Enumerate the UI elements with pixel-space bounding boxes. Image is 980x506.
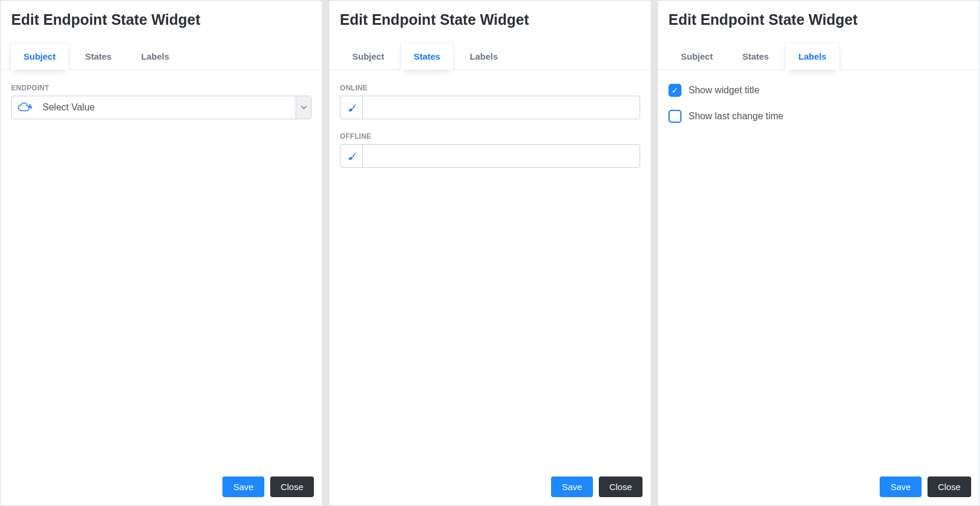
show-last-change-checkbox[interactable] [668, 110, 681, 123]
tab-content[interactable]: ✓ Show widget title Show last change tim… [658, 70, 979, 471]
endpoint-select-value: Select Value [38, 96, 296, 119]
tab-content[interactable]: ENDPOINT Select Value [1, 70, 322, 471]
offline-label: OFFLINE [340, 132, 640, 141]
paintbrush-icon [346, 151, 357, 161]
close-button[interactable]: Close [599, 476, 643, 497]
panel-states: Edit Endpoint State Widget Subject State… [329, 0, 651, 506]
tab-subject[interactable]: Subject [10, 43, 69, 70]
save-button[interactable]: Save [222, 476, 264, 497]
panel-header: Edit Endpoint State Widget [1, 1, 322, 43]
panel-header: Edit Endpoint State Widget [329, 1, 651, 43]
cloud-broadcast-icon [12, 96, 38, 119]
dialog-title: Edit Endpoint State Widget [340, 11, 640, 28]
offline-color-input[interactable] [363, 145, 640, 167]
save-button[interactable]: Save [551, 476, 592, 497]
tab-subject[interactable]: Subject [339, 43, 398, 70]
show-widget-title-label: Show widget title [689, 85, 759, 96]
show-widget-title-row: ✓ Show widget title [668, 84, 969, 97]
dialog-title: Edit Endpoint State Widget [668, 11, 969, 28]
panel-labels: Edit Endpoint State Widget Subject State… [657, 0, 980, 506]
online-label: ONLINE [340, 84, 640, 92]
endpoint-select[interactable]: Select Value [11, 96, 312, 119]
tab-labels[interactable]: Labels [785, 43, 840, 70]
paintbrush-icon [346, 102, 357, 113]
show-last-change-row: Show last change time [668, 110, 969, 123]
dialog-footer: Save Close [658, 471, 979, 505]
tabs: Subject States Labels [658, 43, 979, 70]
online-color-field [340, 96, 640, 119]
tab-subject[interactable]: Subject [667, 43, 726, 70]
tab-content[interactable]: ONLINE OFFLINE [329, 70, 651, 471]
close-button[interactable]: Close [927, 476, 971, 497]
panel-header: Edit Endpoint State Widget [658, 1, 979, 43]
offline-color-picker-button[interactable] [340, 145, 363, 167]
show-widget-title-checkbox[interactable]: ✓ [668, 84, 681, 97]
tabs: Subject States Labels [329, 43, 651, 70]
tab-labels[interactable]: Labels [456, 43, 512, 70]
dialog-footer: Save Close [329, 471, 651, 505]
online-color-picker-button[interactable] [340, 96, 363, 119]
offline-state-group: OFFLINE [340, 132, 640, 168]
endpoint-select-toggle[interactable] [296, 96, 311, 119]
chevron-down-icon [301, 106, 307, 109]
show-last-change-label: Show last change time [689, 111, 784, 122]
dialog-title: Edit Endpoint State Widget [11, 11, 312, 28]
online-color-input[interactable] [363, 96, 640, 119]
tab-states[interactable]: States [400, 43, 454, 70]
online-state-group: ONLINE [340, 84, 640, 119]
offline-color-field [340, 144, 640, 168]
dialog-footer: Save Close [1, 471, 322, 505]
panel-subject: Edit Endpoint State Widget Subject State… [0, 0, 323, 506]
tab-labels[interactable]: Labels [127, 43, 183, 70]
save-button[interactable]: Save [880, 476, 921, 497]
check-icon: ✓ [671, 86, 679, 94]
tabs: Subject States Labels [1, 43, 322, 70]
endpoint-label: ENDPOINT [11, 84, 312, 92]
close-button[interactable]: Close [270, 476, 314, 497]
tab-states[interactable]: States [729, 43, 782, 70]
tab-states[interactable]: States [71, 43, 125, 70]
